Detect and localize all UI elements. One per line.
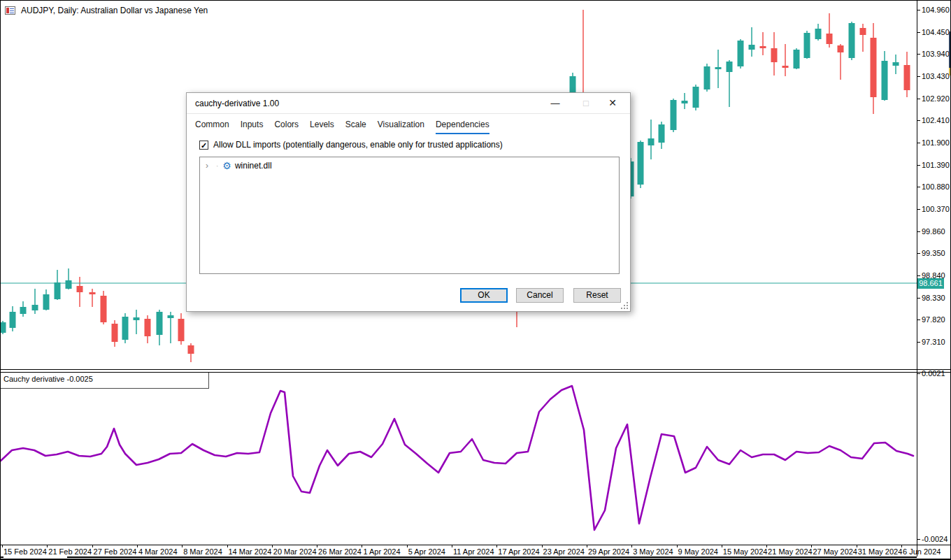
indicator-axis-tick <box>917 373 920 374</box>
expand-chevron-icon[interactable]: › <box>206 161 213 171</box>
price-axis-tick <box>917 187 920 187</box>
date-axis-tick <box>227 545 228 547</box>
date-axis-label: 4 Mar 2024 <box>138 547 178 556</box>
date-axis-label: 26 Mar 2024 <box>318 547 362 556</box>
date-axis-tick <box>722 545 722 547</box>
tab-dependencies[interactable]: Dependencies <box>436 120 489 134</box>
minimize-button[interactable]: — <box>543 93 567 113</box>
date-axis-tick <box>587 545 587 547</box>
date-axis-label: 1 Apr 2024 <box>363 547 400 556</box>
date-axis-label: 20 Mar 2024 <box>273 547 317 556</box>
tree-item-wininet[interactable]: › · ⚙ wininet.dll <box>206 161 272 171</box>
resize-grip[interactable] <box>621 302 628 309</box>
date-axis-label: 17 Apr 2024 <box>498 547 539 556</box>
dialog-title: cauchy-derivative 1.00 <box>195 99 279 108</box>
indicator-properties-dialog: cauchy-derivative 1.00 — □ ✕ CommonInput… <box>186 92 631 312</box>
close-button[interactable]: ✕ <box>601 93 624 113</box>
tab-common[interactable]: Common <box>195 120 229 134</box>
date-axis-label: 9 May 2024 <box>678 547 718 556</box>
dialog-titlebar[interactable]: cauchy-derivative 1.00 — □ ✕ <box>187 93 630 114</box>
price-axis-label: 103.430 <box>922 72 950 80</box>
price-axis-tick <box>917 342 920 343</box>
panel-splitter-top[interactable] <box>1 369 951 370</box>
date-axis-tick <box>272 545 273 547</box>
date-axis-tick <box>47 545 48 547</box>
date-axis-tick <box>92 545 93 547</box>
indicator-axis-tick <box>917 539 920 540</box>
date-axis[interactable]: 15 Feb 202421 Feb 202427 Feb 20244 Mar 2… <box>1 545 951 557</box>
gear-icon: ⚙ <box>222 161 231 171</box>
price-axis-tick <box>917 99 920 99</box>
scrollbar-nub[interactable] <box>1 557 3 558</box>
date-axis-label: 21 May 2024 <box>768 547 813 556</box>
price-axis-label: 104.960 <box>922 6 950 14</box>
date-axis-label: 15 May 2024 <box>723 547 768 556</box>
date-axis-tick <box>362 545 362 547</box>
horizontal-scrollbar[interactable] <box>67 557 917 558</box>
reset-button[interactable]: Reset <box>573 288 621 303</box>
maximize-button[interactable]: □ <box>574 93 598 113</box>
date-axis-label: 27 Feb 2024 <box>94 547 137 556</box>
allow-dll-imports-label: Allow DLL imports (potentially dangerous… <box>213 140 503 150</box>
price-axis-label: 102.920 <box>922 94 950 103</box>
date-axis-tick <box>857 545 857 547</box>
date-axis-tick <box>182 545 183 547</box>
price-axis-tick <box>917 209 920 210</box>
tree-connector: · <box>216 162 219 170</box>
date-axis-tick <box>811 545 812 547</box>
price-axis-label: 97.820 <box>922 315 945 324</box>
price-axis-tick <box>917 10 920 10</box>
tab-scale[interactable]: Scale <box>345 120 366 134</box>
indicator-axis[interactable]: 0.0021-0.0024 <box>917 373 951 545</box>
tab-visualization[interactable]: Visualization <box>378 120 424 134</box>
price-axis-label: 100.370 <box>922 205 950 213</box>
ok-button[interactable]: OK <box>460 288 508 303</box>
price-axis-tick <box>917 253 920 254</box>
price-axis-label: 98.330 <box>922 294 945 302</box>
current-price-badge: 98.661 <box>917 278 944 289</box>
date-axis-label: 8 Mar 2024 <box>183 547 222 556</box>
price-axis-label: 101.390 <box>922 161 950 169</box>
price-axis-label: 103.940 <box>922 50 950 58</box>
price-axis-tick <box>917 120 920 121</box>
tab-colors[interactable]: Colors <box>274 120 299 134</box>
dialog-tabs: CommonInputsColorsLevelsScaleVisualizati… <box>195 120 489 134</box>
price-axis-label: 99.350 <box>922 249 945 257</box>
price-axis-tick <box>917 298 920 299</box>
price-axis-tick <box>917 165 920 166</box>
price-axis-label: 104.450 <box>922 28 950 36</box>
date-axis-label: 29 Apr 2024 <box>588 547 629 556</box>
date-axis-tick <box>407 545 408 547</box>
price-axis-label: 101.900 <box>922 138 950 147</box>
price-axis-label: 100.880 <box>922 182 950 191</box>
price-axis-label: 102.410 <box>922 116 950 124</box>
price-axis-tick <box>917 143 920 143</box>
date-axis-tick <box>137 545 138 547</box>
date-axis-label: 11 Apr 2024 <box>453 547 494 556</box>
date-axis-label: 6 Jun 2024 <box>903 547 941 556</box>
chart-title-bar: AUDJPY, Daily: Australian Dollar vs Japa… <box>5 5 208 15</box>
date-axis-label: 15 Feb 2024 <box>3 547 47 556</box>
date-axis-label: 27 May 2024 <box>813 547 857 556</box>
allow-dll-imports-row[interactable]: ✓ Allow DLL imports (potentially dangero… <box>199 140 503 150</box>
indicator-label-box: Cauchy derivative -0.0025 <box>1 373 209 389</box>
price-axis-tick <box>917 76 920 77</box>
tab-levels[interactable]: Levels <box>310 120 334 134</box>
indicator-plot[interactable] <box>1 373 917 545</box>
price-axis-tick <box>917 275 920 276</box>
date-axis-tick <box>901 545 902 547</box>
chart-title: AUDJPY, Daily: Australian Dollar vs Japa… <box>21 6 208 15</box>
tab-inputs[interactable]: Inputs <box>241 120 264 134</box>
chart-window-icon <box>5 6 15 15</box>
date-axis-label: 31 May 2024 <box>858 547 903 556</box>
cancel-button[interactable]: Cancel <box>516 288 564 303</box>
dependencies-tree[interactable]: › · ⚙ wininet.dll <box>199 157 620 274</box>
price-axis[interactable]: 104.960104.450103.940103.430102.920102.4… <box>917 1 951 369</box>
indicator-label: Cauchy derivative -0.0025 <box>3 375 93 383</box>
price-axis-tick <box>917 231 920 232</box>
date-axis-label: 5 Apr 2024 <box>408 547 445 556</box>
allow-dll-imports-checkbox[interactable]: ✓ <box>199 141 208 150</box>
indicator-axis-max-label: 0.0021 <box>922 369 945 378</box>
date-axis-label: 14 Mar 2024 <box>229 547 272 556</box>
date-axis-tick <box>542 545 543 547</box>
